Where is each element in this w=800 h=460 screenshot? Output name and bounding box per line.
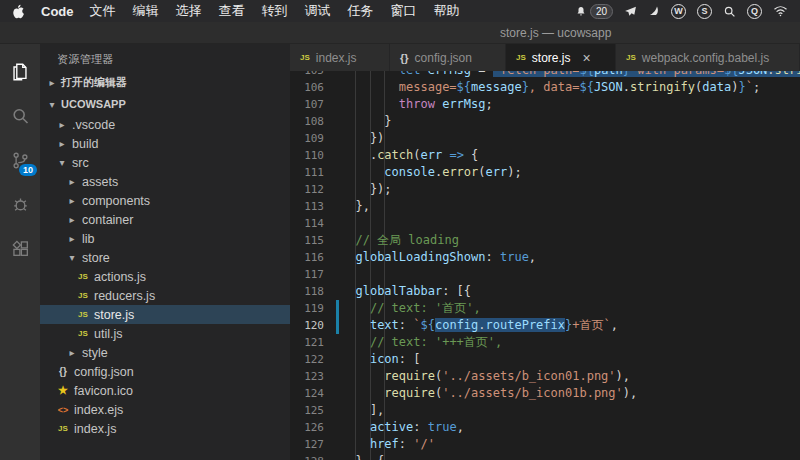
activity-extensions-icon[interactable] <box>0 226 40 270</box>
tree-item-index.js[interactable]: JSindex.js <box>40 419 290 438</box>
tree-item-.vscode[interactable]: ▸.vscode <box>40 115 290 134</box>
code-line-110[interactable]: 110 .catch(err => { <box>290 147 800 164</box>
tree-item-util.js[interactable]: JSutil.js <box>40 324 290 343</box>
wikipedia-icon[interactable]: W <box>671 4 686 19</box>
app-menu[interactable]: Code <box>41 4 74 19</box>
code-line-112[interactable]: 112 }); <box>290 181 800 198</box>
activity-explorer-icon[interactable] <box>0 50 40 94</box>
tree-item-actions.js[interactable]: JSactions.js <box>40 267 290 286</box>
line-number[interactable]: 110 <box>290 147 324 164</box>
close-icon[interactable]: × <box>582 51 590 65</box>
code-line-109[interactable]: 109 }) <box>290 130 800 147</box>
line-number[interactable]: 109 <box>290 130 324 147</box>
open-editors-header[interactable]: ▸ 打开的编辑器 <box>40 71 290 93</box>
line-number[interactable]: 121 <box>290 334 324 351</box>
line-number[interactable]: 126 <box>290 419 324 436</box>
spotlight-icon[interactable] <box>723 5 736 18</box>
tree-item-components[interactable]: ▸components <box>40 191 290 210</box>
code-line-125[interactable]: 125 ], <box>290 402 800 419</box>
code-line-116[interactable]: 116 globalLoadingShown: true, <box>290 249 800 266</box>
root-folder-header[interactable]: ▾ UCOWSAPP <box>40 93 290 115</box>
code-line-118[interactable]: 118 globalTabbar: [{ <box>290 283 800 300</box>
code-line-108[interactable]: 108 } <box>290 113 800 130</box>
qq-icon[interactable]: Q <box>747 4 762 19</box>
menu-item-1[interactable]: 文件 <box>90 2 116 20</box>
tree-item-src[interactable]: ▾src <box>40 153 290 172</box>
telegram-icon[interactable] <box>624 5 637 18</box>
activity-source-control-icon[interactable]: 10 <box>0 138 40 182</box>
titlebar: store.js — ucowsapp <box>0 22 800 44</box>
code-line-105[interactable]: 105 let errMsg = `fetch path=${path} wit… <box>290 71 800 79</box>
code-line-115[interactable]: 115 // 全局 loading <box>290 232 800 249</box>
tree-item-favicon.ico[interactable]: ★favicon.ico <box>40 381 290 400</box>
code-line-124[interactable]: 124 require('../assets/b_icon01b.png'), <box>290 385 800 402</box>
apple-menu-icon[interactable] <box>12 4 25 19</box>
tree-item-index.ejs[interactable]: <>index.ejs <box>40 400 290 419</box>
menu-item-5[interactable]: 转到 <box>262 2 288 20</box>
line-number[interactable]: 115 <box>290 232 324 249</box>
line-number[interactable]: 128 <box>290 453 324 460</box>
line-number[interactable]: 112 <box>290 181 324 198</box>
line-number[interactable]: 111 <box>290 164 324 181</box>
line-number[interactable]: 117 <box>290 266 324 283</box>
tab-config.json[interactable]: {}config.json <box>390 44 506 71</box>
code-text: .catch(err => { <box>324 147 478 164</box>
code-line-123[interactable]: 123 require('../assets/b_icon01.png'), <box>290 368 800 385</box>
code-line-114[interactable]: 114 <box>290 215 800 232</box>
line-number[interactable]: 106 <box>290 79 324 96</box>
menu-item-2[interactable]: 编辑 <box>133 2 159 20</box>
code-line-128[interactable]: 128 }, { <box>290 453 800 460</box>
line-number[interactable]: 127 <box>290 436 324 453</box>
activity-debug-icon[interactable] <box>0 182 40 226</box>
line-number[interactable]: 116 <box>290 249 324 266</box>
code-line-122[interactable]: 122 icon: [ <box>290 351 800 368</box>
tree-item-config.json[interactable]: {}config.json <box>40 362 290 381</box>
skype-icon[interactable]: S <box>697 4 712 19</box>
line-number[interactable]: 114 <box>290 215 324 232</box>
tree-item-reducers.js[interactable]: JSreducers.js <box>40 286 290 305</box>
code-line-126[interactable]: 126 active: true, <box>290 419 800 436</box>
menu-item-4[interactable]: 查看 <box>219 2 245 20</box>
line-number[interactable]: 123 <box>290 368 324 385</box>
menu-item-9[interactable]: 帮助 <box>434 2 460 20</box>
tree-item-store.js[interactable]: JSstore.js <box>40 305 290 324</box>
code-line-106[interactable]: 106 message=${message}, data=${JSON.stri… <box>290 79 800 96</box>
tab-webpack.config.babel.js[interactable]: JSwebpack.config.babel.js <box>616 44 800 71</box>
wifi-icon[interactable] <box>773 5 788 17</box>
line-number[interactable]: 122 <box>290 351 324 368</box>
menu-item-7[interactable]: 任务 <box>348 2 374 20</box>
tree-item-assets[interactable]: ▸assets <box>40 172 290 191</box>
line-number[interactable]: 113 <box>290 198 324 215</box>
line-number[interactable]: 108 <box>290 113 324 130</box>
line-number[interactable]: 119 <box>290 300 324 317</box>
line-number[interactable]: 107 <box>290 96 324 113</box>
code-line-121[interactable]: 121 // text: '+++首页', <box>290 334 800 351</box>
menu-item-3[interactable]: 选择 <box>176 2 202 20</box>
tab-index.js[interactable]: JSindex.js <box>290 44 390 71</box>
line-number[interactable]: 125 <box>290 402 324 419</box>
tree-item-build[interactable]: ▸build <box>40 134 290 153</box>
tree-item-lib[interactable]: ▸lib <box>40 229 290 248</box>
code-line-107[interactable]: 107 throw errMsg; <box>290 96 800 113</box>
code-line-127[interactable]: 127 href: '/' <box>290 436 800 453</box>
menu-item-6[interactable]: 调试 <box>305 2 331 20</box>
code-line-120[interactable]: 120 text: `${config.routePrefix}+首页`, <box>290 317 800 334</box>
swift-icon[interactable] <box>648 5 660 17</box>
code-area[interactable]: 105 let errMsg = `fetch path=${path} wit… <box>290 71 800 460</box>
code-line-113[interactable]: 113 }, <box>290 198 800 215</box>
tree-item-container[interactable]: ▸container <box>40 210 290 229</box>
line-number[interactable]: 124 <box>290 385 324 402</box>
code-line-117[interactable]: 117 <box>290 266 800 283</box>
line-number[interactable]: 120 <box>290 317 324 334</box>
code-line-111[interactable]: 111 console.error(err); <box>290 164 800 181</box>
tab-store.js[interactable]: JSstore.js× <box>506 44 616 71</box>
code-line-119[interactable]: 119 // text: '首页', <box>290 300 800 317</box>
chevron-right-icon: ▸ <box>66 214 78 225</box>
activity-search-icon[interactable] <box>0 94 40 138</box>
line-number[interactable]: 105 <box>290 71 324 79</box>
line-number[interactable]: 118 <box>290 283 324 300</box>
menu-item-8[interactable]: 窗口 <box>391 2 417 20</box>
tree-item-style[interactable]: ▸style <box>40 343 290 362</box>
notification-bell-icon[interactable]: 20 <box>575 4 613 19</box>
tree-item-store[interactable]: ▾store <box>40 248 290 267</box>
